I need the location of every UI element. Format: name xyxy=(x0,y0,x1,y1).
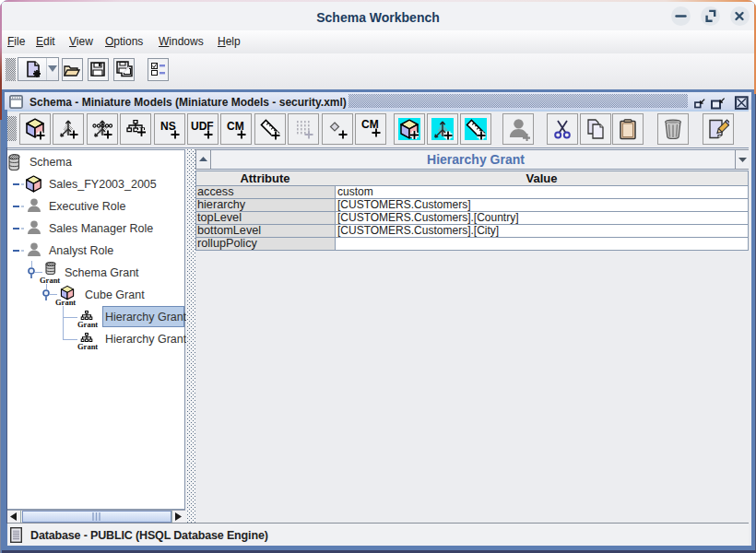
svg-text:NS: NS xyxy=(160,120,176,133)
svg-text:UDF: UDF xyxy=(191,120,214,133)
